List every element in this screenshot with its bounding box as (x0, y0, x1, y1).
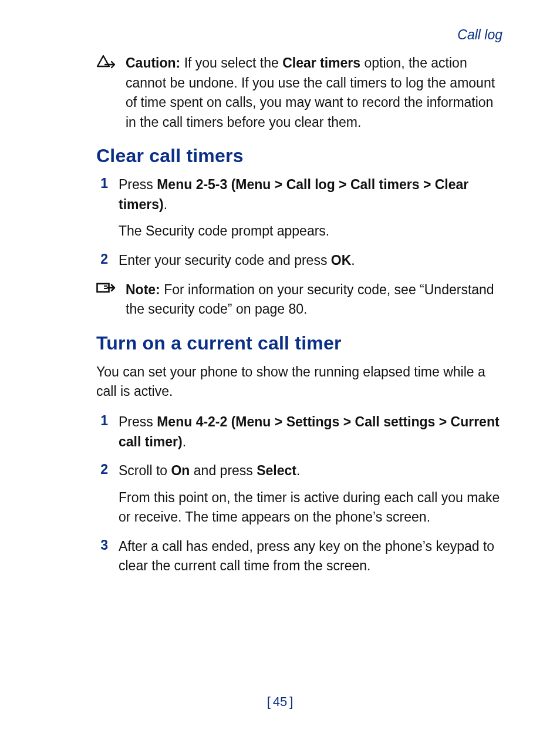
step-text: Scroll to (119, 463, 171, 478)
on-value: On (171, 463, 190, 478)
step-text: Press (119, 177, 157, 192)
step-text: and press (190, 463, 257, 478)
bracket-close: ] (289, 694, 293, 709)
steps-clear-call-timers: 1 Press Menu 2-5-3 (Menu > Call log > Ca… (54, 175, 506, 270)
step-text: . (164, 197, 167, 212)
step-result: From this point on, the timer is active … (119, 488, 506, 527)
step-text: . (296, 463, 300, 478)
page: Call log Caution: If you select the Clea… (0, 0, 560, 733)
step-2: 2 Scroll to On and press Select. From th… (96, 461, 506, 527)
step-content: After a call has ended, press any key on… (119, 537, 506, 576)
step-content: Press Menu 4-2-2 (Menu > Settings > Call… (119, 412, 506, 452)
menu-path: Menu 2-5-3 (Menu > Call log > Call timer… (119, 177, 468, 212)
heading-clear-call-timers: Clear call timers (54, 145, 506, 167)
step-number: 1 (96, 175, 108, 191)
step-number: 2 (96, 251, 108, 267)
step-number: 3 (96, 537, 108, 553)
clear-timers-strong: Clear timers (282, 55, 360, 70)
note-body: Note: For information on your security c… (126, 280, 506, 320)
heading-turn-on-current-call-timer: Turn on a current call timer (54, 332, 506, 354)
step-text: Press (119, 414, 157, 429)
step-content: Press Menu 2-5-3 (Menu > Call log > Call… (119, 175, 506, 241)
step-text: . (183, 434, 186, 449)
bracket-open: [ (267, 694, 271, 709)
note-label: Note: (126, 282, 160, 297)
page-number: [45] (0, 694, 560, 710)
step-1: 1 Press Menu 4-2-2 (Menu > Settings > Ca… (96, 412, 506, 452)
ok-key: OK (331, 253, 352, 268)
note-text: For information on your security code, s… (126, 282, 494, 317)
step-1: 1 Press Menu 2-5-3 (Menu > Call log > Ca… (96, 175, 506, 241)
caution-body: Caution: If you select the Clear timers … (126, 53, 506, 132)
menu-path: Menu 4-2-2 (Menu > Settings > Call setti… (119, 414, 500, 449)
note-callout: Note: For information on your security c… (54, 280, 506, 320)
section-intro: You can set your phone to show the runni… (54, 362, 506, 402)
step-number: 2 (96, 461, 108, 478)
step-text: Enter your security code and press (119, 253, 331, 268)
step-text: . (351, 253, 355, 268)
step-2: 2 Enter your security code and press OK. (96, 251, 506, 271)
step-3: 3 After a call has ended, press any key … (96, 537, 506, 576)
step-result: The Security code prompt appears. (119, 221, 506, 241)
running-head: Call log (54, 27, 506, 43)
caution-callout: Caution: If you select the Clear timers … (54, 53, 506, 132)
caution-icon (96, 53, 116, 70)
page-number-value: 45 (273, 694, 287, 709)
note-icon (96, 280, 116, 295)
step-content: Scroll to On and press Select. From this… (119, 461, 506, 527)
caution-label: Caution: (126, 55, 180, 70)
step-number: 1 (96, 412, 108, 429)
step-content: Enter your security code and press OK. (119, 251, 506, 271)
steps-turn-on-timer: 1 Press Menu 4-2-2 (Menu > Settings > Ca… (54, 412, 506, 576)
select-key: Select (257, 463, 296, 478)
step-text: After a call has ended, press any key on… (119, 539, 494, 574)
caution-text-1: If you select the (180, 55, 282, 70)
